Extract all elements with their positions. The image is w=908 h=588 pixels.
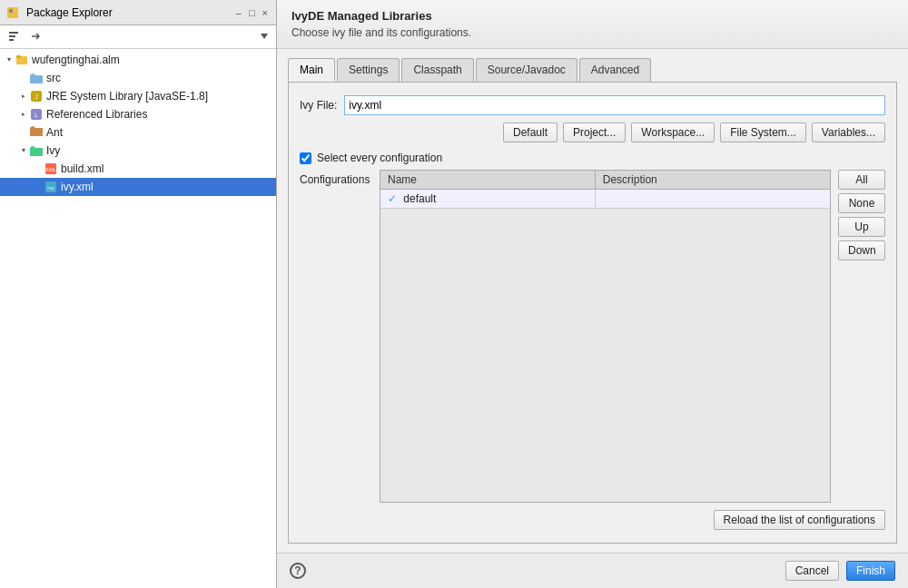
tab-sourcejavadoc[interactable]: Source/Javadoc bbox=[476, 58, 577, 82]
collapse-all-button[interactable] bbox=[4, 27, 24, 47]
all-button[interactable]: All bbox=[838, 170, 885, 190]
config-desc-cell bbox=[595, 190, 830, 209]
arrow-ivyxml bbox=[33, 181, 44, 192]
reload-configurations-button[interactable]: Reload the list of configurations bbox=[714, 510, 885, 530]
file-system-button[interactable]: File System... bbox=[720, 122, 806, 142]
buildxml-icon: XML bbox=[44, 162, 58, 176]
config-right-buttons: All None Up Down bbox=[838, 170, 885, 503]
dialog-footer: ? Cancel Finish bbox=[277, 553, 908, 588]
finish-button[interactable]: Finish bbox=[846, 561, 895, 581]
ivyxml-icon: ivy bbox=[44, 180, 58, 194]
tree-item-root-label: wufengtinghai.alm bbox=[32, 54, 120, 66]
footer-right: Cancel Finish bbox=[785, 561, 895, 581]
config-name-value: default bbox=[403, 192, 436, 205]
package-explorer-panel: Package Explorer – □ × ▾ wufengtinghai.a… bbox=[0, 0, 277, 588]
ivy-folder-icon bbox=[29, 143, 44, 158]
svg-rect-3 bbox=[9, 35, 15, 37]
tree-item-buildxml[interactable]: XML build.xml bbox=[0, 160, 276, 178]
arrow-jre: ▸ bbox=[18, 91, 29, 102]
ivy-file-row: Ivy File: bbox=[300, 95, 885, 115]
tree-item-src-label: src bbox=[46, 72, 61, 84]
file-tree: ▾ wufengtinghai.alm src ▸ J JRE System L… bbox=[0, 49, 276, 588]
tab-classpath[interactable]: Classpath bbox=[401, 58, 473, 82]
project-icon bbox=[15, 53, 29, 67]
tree-item-root[interactable]: ▾ wufengtinghai.alm bbox=[0, 51, 276, 69]
ivy-file-input[interactable] bbox=[344, 95, 885, 115]
svg-rect-4 bbox=[9, 39, 14, 41]
panel-title: Package Explorer bbox=[26, 6, 113, 19]
configurations-label: Configurations bbox=[300, 170, 372, 503]
project-button[interactable]: Project... bbox=[563, 122, 626, 142]
svg-rect-1 bbox=[9, 9, 13, 13]
panel-title-area: Package Explorer bbox=[5, 5, 113, 20]
svg-rect-2 bbox=[9, 32, 18, 34]
reflib-icon: L bbox=[29, 107, 44, 122]
svg-text:XML: XML bbox=[45, 167, 57, 172]
dialog-title: IvyDE Managed Libraries bbox=[291, 9, 893, 23]
config-checked-icon: ✓ bbox=[388, 192, 397, 205]
tree-item-ivy-folder[interactable]: ▾ Ivy bbox=[0, 142, 276, 160]
col-desc-header: Description bbox=[595, 171, 830, 190]
close-button[interactable]: × bbox=[260, 5, 271, 20]
configurations-area: Configurations Name Description bbox=[300, 170, 885, 503]
default-button[interactable]: Default bbox=[503, 122, 558, 142]
tree-item-jre[interactable]: ▸ J JRE System Library [JavaSE-1.8] bbox=[0, 87, 276, 105]
dialog-subtitle: Choose ivy file and its configurations. bbox=[291, 26, 893, 39]
reload-row: Reload the list of configurations bbox=[300, 510, 885, 530]
svg-text:J: J bbox=[35, 93, 38, 100]
view-menu-button[interactable] bbox=[256, 29, 272, 45]
table-row[interactable]: ✓ default bbox=[380, 190, 830, 209]
tree-item-ant[interactable]: Ant bbox=[0, 123, 276, 142]
link-with-editor-button[interactable] bbox=[25, 27, 45, 47]
tab-content-main: Ivy File: Default Project... Workspace..… bbox=[288, 83, 897, 544]
arrow-root: ▾ bbox=[4, 54, 15, 65]
ivy-file-label: Ivy File: bbox=[300, 99, 337, 112]
config-table-wrapper: Name Description ✓ default bbox=[380, 170, 831, 503]
select-every-config-row: Select every configuration bbox=[300, 152, 885, 164]
tree-item-ant-label: Ant bbox=[46, 126, 63, 139]
tree-item-buildxml-label: build.xml bbox=[61, 162, 104, 175]
workspace-button[interactable]: Workspace... bbox=[631, 122, 715, 142]
dialog-header: IvyDE Managed Libraries Choose ivy file … bbox=[277, 0, 908, 49]
panel-header-buttons: – □ × bbox=[233, 5, 271, 20]
tree-item-ivy-label: Ivy bbox=[46, 144, 60, 157]
col-name-header: Name bbox=[380, 171, 595, 190]
arrow-ant bbox=[18, 127, 29, 138]
src-folder-icon bbox=[29, 71, 44, 85]
panel-toolbar bbox=[0, 25, 276, 49]
tree-item-reflib-label: Referenced Libraries bbox=[46, 108, 147, 121]
config-name-cell: ✓ default bbox=[380, 190, 595, 209]
svg-marker-5 bbox=[261, 34, 268, 39]
file-buttons-row: Default Project... Workspace... File Sys… bbox=[300, 122, 885, 142]
tab-advanced[interactable]: Advanced bbox=[579, 58, 651, 82]
cancel-button[interactable]: Cancel bbox=[785, 561, 839, 581]
none-button[interactable]: None bbox=[838, 193, 885, 213]
ant-icon bbox=[29, 125, 44, 140]
select-every-config-checkbox[interactable] bbox=[300, 152, 311, 164]
help-button[interactable]: ? bbox=[290, 563, 306, 579]
maximize-button[interactable]: □ bbox=[246, 5, 258, 20]
arrow-ivy: ▾ bbox=[18, 145, 29, 156]
svg-text:L: L bbox=[35, 112, 38, 118]
footer-left: ? bbox=[290, 563, 306, 579]
arrow-src bbox=[18, 73, 29, 83]
tab-settings[interactable]: Settings bbox=[337, 58, 400, 82]
tree-item-reflib[interactable]: ▸ L Referenced Libraries bbox=[0, 105, 276, 123]
svg-text:ivy: ivy bbox=[47, 185, 54, 191]
tree-item-jre-label: JRE System Library [JavaSE-1.8] bbox=[46, 90, 208, 103]
tree-item-src[interactable]: src bbox=[0, 69, 276, 87]
up-button[interactable]: Up bbox=[838, 217, 885, 237]
select-every-config-label: Select every configuration bbox=[317, 152, 442, 164]
jre-icon: J bbox=[29, 89, 44, 103]
svg-rect-7 bbox=[16, 55, 21, 58]
tab-main[interactable]: Main bbox=[288, 58, 335, 82]
down-button[interactable]: Down bbox=[838, 240, 885, 260]
tree-item-ivyxml[interactable]: ivy ivy.xml bbox=[0, 178, 276, 196]
tab-bar: Main Settings Classpath Source/Javadoc A… bbox=[288, 58, 897, 83]
minimize-button[interactable]: – bbox=[233, 5, 244, 20]
variables-button[interactable]: Variables... bbox=[812, 122, 885, 142]
dialog-body: Main Settings Classpath Source/Javadoc A… bbox=[277, 49, 908, 553]
arrow-buildxml bbox=[33, 163, 44, 174]
panel-header: Package Explorer – □ × bbox=[0, 0, 276, 25]
tree-item-ivyxml-label: ivy.xml bbox=[61, 181, 94, 193]
